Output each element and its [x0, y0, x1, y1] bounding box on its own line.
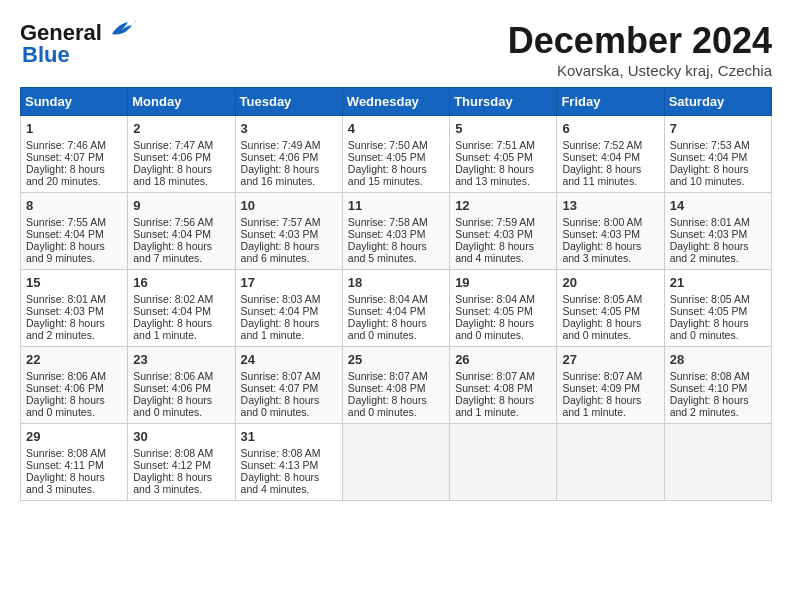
day-number: 25	[348, 352, 444, 367]
day-number: 17	[241, 275, 337, 290]
daylight-text: Daylight: 8 hours and 0 minutes.	[348, 317, 427, 341]
day-number: 1	[26, 121, 122, 136]
daylight-text: Daylight: 8 hours and 2 minutes.	[670, 394, 749, 418]
day-number: 10	[241, 198, 337, 213]
calendar-day-cell: 9Sunrise: 7:56 AMSunset: 4:04 PMDaylight…	[128, 193, 235, 270]
location-text: Kovarska, Ustecky kraj, Czechia	[508, 62, 772, 79]
daylight-text: Daylight: 8 hours and 11 minutes.	[562, 163, 641, 187]
sunrise-text: Sunrise: 8:07 AM	[455, 370, 535, 382]
calendar-day-cell: 29Sunrise: 8:08 AMSunset: 4:11 PMDayligh…	[21, 424, 128, 501]
day-number: 14	[670, 198, 766, 213]
calendar-day-cell: 30Sunrise: 8:08 AMSunset: 4:12 PMDayligh…	[128, 424, 235, 501]
sunrise-text: Sunrise: 8:04 AM	[455, 293, 535, 305]
day-number: 21	[670, 275, 766, 290]
daylight-text: Daylight: 8 hours and 6 minutes.	[241, 240, 320, 264]
daylight-text: Daylight: 8 hours and 2 minutes.	[670, 240, 749, 264]
title-section: December 2024 Kovarska, Ustecky kraj, Cz…	[508, 20, 772, 79]
day-number: 4	[348, 121, 444, 136]
sunset-text: Sunset: 4:04 PM	[133, 228, 211, 240]
weekday-header: Sunday	[21, 88, 128, 116]
daylight-text: Daylight: 8 hours and 3 minutes.	[133, 471, 212, 495]
day-number: 11	[348, 198, 444, 213]
calendar-day-cell	[664, 424, 771, 501]
sunset-text: Sunset: 4:05 PM	[670, 305, 748, 317]
day-number: 15	[26, 275, 122, 290]
day-number: 31	[241, 429, 337, 444]
daylight-text: Daylight: 8 hours and 0 minutes.	[562, 317, 641, 341]
calendar-day-cell: 3Sunrise: 7:49 AMSunset: 4:06 PMDaylight…	[235, 116, 342, 193]
calendar-day-cell: 19Sunrise: 8:04 AMSunset: 4:05 PMDayligh…	[450, 270, 557, 347]
calendar-day-cell: 14Sunrise: 8:01 AMSunset: 4:03 PMDayligh…	[664, 193, 771, 270]
sunrise-text: Sunrise: 7:50 AM	[348, 139, 428, 151]
sunset-text: Sunset: 4:03 PM	[670, 228, 748, 240]
day-number: 3	[241, 121, 337, 136]
calendar-day-cell: 23Sunrise: 8:06 AMSunset: 4:06 PMDayligh…	[128, 347, 235, 424]
weekday-header: Tuesday	[235, 88, 342, 116]
sunrise-text: Sunrise: 8:01 AM	[26, 293, 106, 305]
day-number: 6	[562, 121, 658, 136]
sunset-text: Sunset: 4:04 PM	[670, 151, 748, 163]
weekday-header: Wednesday	[342, 88, 449, 116]
logo-blue-text: Blue	[22, 42, 70, 68]
day-number: 5	[455, 121, 551, 136]
sunset-text: Sunset: 4:08 PM	[348, 382, 426, 394]
day-number: 22	[26, 352, 122, 367]
sunrise-text: Sunrise: 7:46 AM	[26, 139, 106, 151]
calendar-day-cell: 28Sunrise: 8:08 AMSunset: 4:10 PMDayligh…	[664, 347, 771, 424]
daylight-text: Daylight: 8 hours and 3 minutes.	[562, 240, 641, 264]
sunrise-text: Sunrise: 7:58 AM	[348, 216, 428, 228]
sunrise-text: Sunrise: 8:08 AM	[26, 447, 106, 459]
sunset-text: Sunset: 4:03 PM	[26, 305, 104, 317]
sunrise-text: Sunrise: 8:02 AM	[133, 293, 213, 305]
calendar-day-cell: 21Sunrise: 8:05 AMSunset: 4:05 PMDayligh…	[664, 270, 771, 347]
daylight-text: Daylight: 8 hours and 1 minute.	[133, 317, 212, 341]
daylight-text: Daylight: 8 hours and 2 minutes.	[26, 317, 105, 341]
weekday-header: Friday	[557, 88, 664, 116]
day-number: 20	[562, 275, 658, 290]
calendar-day-cell: 11Sunrise: 7:58 AMSunset: 4:03 PMDayligh…	[342, 193, 449, 270]
calendar-day-cell: 20Sunrise: 8:05 AMSunset: 4:05 PMDayligh…	[557, 270, 664, 347]
calendar-day-cell: 4Sunrise: 7:50 AMSunset: 4:05 PMDaylight…	[342, 116, 449, 193]
daylight-text: Daylight: 8 hours and 20 minutes.	[26, 163, 105, 187]
calendar-day-cell: 16Sunrise: 8:02 AMSunset: 4:04 PMDayligh…	[128, 270, 235, 347]
calendar-day-cell	[342, 424, 449, 501]
daylight-text: Daylight: 8 hours and 0 minutes.	[133, 394, 212, 418]
sunset-text: Sunset: 4:06 PM	[133, 382, 211, 394]
sunrise-text: Sunrise: 8:03 AM	[241, 293, 321, 305]
sunset-text: Sunset: 4:05 PM	[562, 305, 640, 317]
calendar-day-cell	[450, 424, 557, 501]
daylight-text: Daylight: 8 hours and 13 minutes.	[455, 163, 534, 187]
daylight-text: Daylight: 8 hours and 7 minutes.	[133, 240, 212, 264]
sunset-text: Sunset: 4:03 PM	[562, 228, 640, 240]
logo-bird-icon	[104, 20, 136, 42]
daylight-text: Daylight: 8 hours and 1 minute.	[562, 394, 641, 418]
sunrise-text: Sunrise: 8:06 AM	[26, 370, 106, 382]
calendar-day-cell: 17Sunrise: 8:03 AMSunset: 4:04 PMDayligh…	[235, 270, 342, 347]
calendar-day-cell: 24Sunrise: 8:07 AMSunset: 4:07 PMDayligh…	[235, 347, 342, 424]
sunset-text: Sunset: 4:04 PM	[241, 305, 319, 317]
sunrise-text: Sunrise: 8:01 AM	[670, 216, 750, 228]
daylight-text: Daylight: 8 hours and 18 minutes.	[133, 163, 212, 187]
calendar-week-row: 29Sunrise: 8:08 AMSunset: 4:11 PMDayligh…	[21, 424, 772, 501]
sunset-text: Sunset: 4:05 PM	[348, 151, 426, 163]
daylight-text: Daylight: 8 hours and 0 minutes.	[348, 394, 427, 418]
day-number: 19	[455, 275, 551, 290]
calendar-day-cell: 8Sunrise: 7:55 AMSunset: 4:04 PMDaylight…	[21, 193, 128, 270]
sunrise-text: Sunrise: 8:06 AM	[133, 370, 213, 382]
calendar-day-cell: 27Sunrise: 8:07 AMSunset: 4:09 PMDayligh…	[557, 347, 664, 424]
sunrise-text: Sunrise: 7:47 AM	[133, 139, 213, 151]
daylight-text: Daylight: 8 hours and 4 minutes.	[241, 471, 320, 495]
sunset-text: Sunset: 4:13 PM	[241, 459, 319, 471]
calendar-week-row: 1Sunrise: 7:46 AMSunset: 4:07 PMDaylight…	[21, 116, 772, 193]
calendar-day-cell: 15Sunrise: 8:01 AMSunset: 4:03 PMDayligh…	[21, 270, 128, 347]
day-number: 27	[562, 352, 658, 367]
sunrise-text: Sunrise: 8:05 AM	[670, 293, 750, 305]
daylight-text: Daylight: 8 hours and 10 minutes.	[670, 163, 749, 187]
sunset-text: Sunset: 4:03 PM	[455, 228, 533, 240]
sunset-text: Sunset: 4:03 PM	[241, 228, 319, 240]
calendar-day-cell: 5Sunrise: 7:51 AMSunset: 4:05 PMDaylight…	[450, 116, 557, 193]
calendar-day-cell: 22Sunrise: 8:06 AMSunset: 4:06 PMDayligh…	[21, 347, 128, 424]
sunset-text: Sunset: 4:04 PM	[133, 305, 211, 317]
sunset-text: Sunset: 4:09 PM	[562, 382, 640, 394]
calendar-day-cell	[557, 424, 664, 501]
